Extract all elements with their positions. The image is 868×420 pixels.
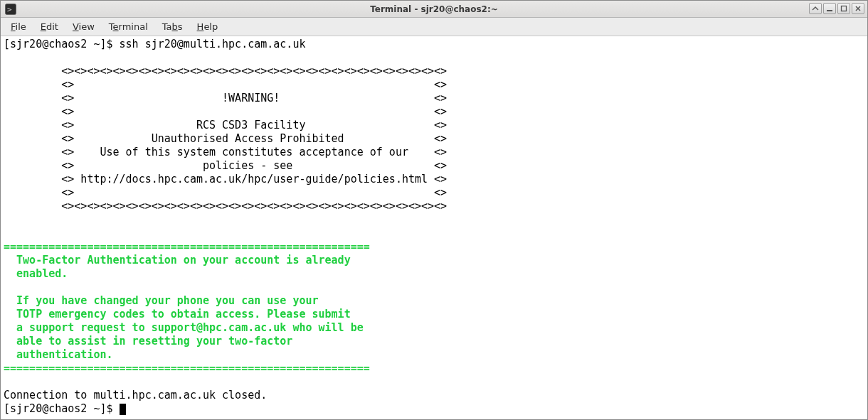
terminal-line: <><><><><><><><><><><><><><><><><><><><>… xyxy=(4,65,447,77)
terminal-line: <> RCS CSD3 Facility <> xyxy=(4,119,447,131)
terminal-line: [sjr20@chaos2 ~]$ ssh sjr20@multi.hpc.ca… xyxy=(4,38,305,50)
terminal-app-icon: > xyxy=(5,4,16,15)
menu-terminal[interactable]: Terminal xyxy=(102,18,155,35)
menu-view[interactable]: View xyxy=(65,18,102,35)
menu-tabs[interactable]: Tabs xyxy=(155,18,190,35)
terminal-viewport[interactable]: [sjr20@chaos2 ~]$ ssh sjr20@multi.hpc.ca… xyxy=(1,36,867,419)
shade-button[interactable] xyxy=(809,3,822,14)
terminal-line: <> Use of this system constitutes accept… xyxy=(4,146,447,158)
maximize-button[interactable] xyxy=(837,3,850,14)
window-title: Terminal - sjr20@chaos2:~ xyxy=(1,4,867,14)
terminal-line: able to assist in resetting your two-fac… xyxy=(4,335,292,348)
terminal-line: <> http://docs.hpc.cam.ac.uk/hpc/user-gu… xyxy=(4,173,447,185)
terminal-window: > Terminal - sjr20@chaos2:~ File Edit Vi… xyxy=(0,0,868,420)
terminal-line: authentication. xyxy=(4,348,113,361)
terminal-line: ========================================… xyxy=(4,362,370,375)
terminal-line: <> Unauthorised Access Prohibited <> xyxy=(4,132,447,145)
terminal-line: Two-Factor Authentication on your accoun… xyxy=(4,254,351,266)
terminal-line: <> <> xyxy=(4,105,447,118)
terminal-line: ========================================… xyxy=(4,240,370,253)
menu-help[interactable]: Help xyxy=(190,18,226,35)
terminal-line: TOTP emergency codes to obtain access. P… xyxy=(4,308,351,321)
terminal-line: <><><><><><><><><><><><><><><><><><><><>… xyxy=(4,200,447,212)
svg-text:>: > xyxy=(7,5,12,14)
svg-rect-3 xyxy=(842,6,847,11)
titlebar[interactable]: > Terminal - sjr20@chaos2:~ xyxy=(1,1,867,18)
terminal-line: <> <> xyxy=(4,78,447,91)
svg-rect-2 xyxy=(827,10,832,11)
terminal-line: <> policies - see <> xyxy=(4,159,447,172)
menu-edit[interactable]: Edit xyxy=(33,18,65,35)
terminal-line: If you have changed your phone you can u… xyxy=(4,294,319,307)
cursor-block xyxy=(120,404,126,415)
terminal-line: <> !WARNING! <> xyxy=(4,92,447,104)
terminal-line: a support request to support@hpc.cam.ac.… xyxy=(4,321,364,334)
terminal-line: enabled. xyxy=(4,267,68,280)
window-controls xyxy=(809,3,864,14)
close-button[interactable] xyxy=(852,3,864,14)
menubar: File Edit View Terminal Tabs Help xyxy=(1,18,867,36)
minimize-button[interactable] xyxy=(823,3,836,14)
menu-file[interactable]: File xyxy=(4,18,33,35)
terminal-prompt: [sjr20@chaos2 ~]$ xyxy=(4,402,120,415)
terminal-line: <> <> xyxy=(4,186,447,199)
terminal-line: Connection to multi.hpc.cam.ac.uk closed… xyxy=(4,389,267,402)
